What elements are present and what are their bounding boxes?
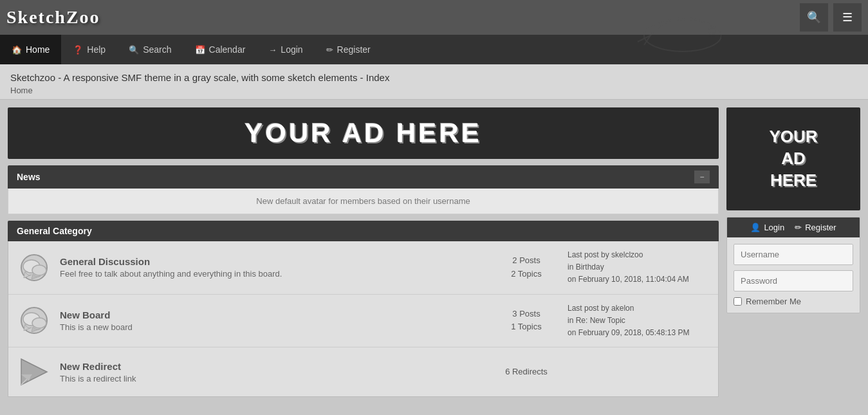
board-name-newboard: New Board — [60, 309, 485, 320]
nav-home[interactable]: 🏠 Home — [0, 35, 61, 64]
ad-banner: YOUR AD HERE — [8, 107, 719, 159]
board-lastpost-general: Last post by skelclzoo in Birthday on Fe… — [568, 249, 709, 286]
news-title: News — [17, 172, 41, 182]
board-icon-redirect — [17, 355, 51, 389]
sidebar: YOURADHERE 👤 Login ✏ Register — [726, 100, 868, 415]
nav-help[interactable]: ❓ Help — [61, 35, 117, 64]
username-field[interactable] — [734, 244, 853, 265]
board-stats-newboard: 3 Posts 1 Topics — [494, 308, 559, 335]
svg-point-6 — [32, 265, 46, 275]
login-panel-header: 👤 Login ✏ Register — [727, 217, 860, 237]
login-panel: 👤 Login ✏ Register Remember Me — [726, 217, 860, 313]
nav-search[interactable]: 🔍 Search — [117, 35, 183, 64]
calendar-icon: 📅 — [195, 45, 205, 55]
menu-icon-button[interactable]: ☰ — [833, 3, 862, 32]
nav-calendar[interactable]: 📅 Calendar — [183, 35, 257, 64]
help-icon: ❓ — [73, 45, 83, 55]
login-header-icon: 👤 — [750, 223, 761, 232]
board-info-general: General Discussion Feel free to talk abo… — [60, 256, 485, 279]
top-bar: SketchZoo 🔍 ☰ — [0, 0, 868, 35]
board-desc-newboard: This is a new board — [60, 322, 485, 332]
board-link-redirect[interactable]: New Redirect — [60, 361, 121, 372]
search-icon-button[interactable]: 🔍 — [800, 3, 828, 32]
site-logo: SketchZoo — [6, 7, 100, 28]
main-content: YOUR AD HERE News − New default avatar f… — [0, 100, 726, 415]
svg-point-9 — [32, 318, 46, 328]
table-row: New Redirect This is a redirect link 6 R… — [8, 347, 718, 396]
search-icon: 🔍 — [129, 45, 139, 55]
news-section-header: News − — [8, 165, 719, 189]
board-lastpost-newboard: Last post by akelon in Re: New Topic on … — [568, 302, 709, 340]
ad-banner-text: YOUR AD HERE — [18, 118, 708, 149]
sidebar-ad: YOURADHERE — [726, 107, 860, 210]
board-icon-newboard — [17, 304, 51, 337]
remember-me-label: Remember Me — [746, 297, 801, 306]
breadcrumb-home[interactable]: Home — [10, 86, 33, 95]
nav-register[interactable]: ✏ Register — [315, 35, 382, 64]
sidebar-ad-text: YOURADHERE — [769, 126, 817, 191]
nav-bar: 🏠 Home ❓ Help 🔍 Search 📅 Calendar → Logi… — [0, 35, 868, 64]
remember-row: Remember Me — [734, 297, 853, 306]
board-icon-general — [17, 251, 51, 284]
news-bar: New default avatar for members based on … — [8, 189, 719, 214]
news-collapse-button[interactable]: − — [694, 171, 710, 183]
breadcrumb: Home — [10, 86, 858, 95]
board-link-newboard[interactable]: New Board — [60, 309, 110, 320]
top-bar-icons: 🔍 ☰ — [800, 3, 862, 32]
page-title: Sketchzoo - A responsive SMF theme in a … — [10, 72, 858, 83]
register-header-icon: ✏ — [795, 223, 802, 232]
board-desc-general: Feel free to talk about anything and eve… — [60, 269, 485, 279]
board-name-redirect: New Redirect — [60, 361, 485, 372]
board-name-general: General Discussion — [60, 256, 485, 267]
content-wrap: YOUR AD HERE News − New default avatar f… — [0, 100, 868, 415]
table-row: New Board This is a new board 3 Posts 1 … — [8, 295, 718, 348]
board-link-general[interactable]: General Discussion — [60, 256, 150, 267]
category-header: General Category — [8, 221, 719, 241]
board-list: General Discussion Feel free to talk abo… — [8, 241, 719, 397]
board-info-newboard: New Board This is a new board — [60, 309, 485, 332]
remember-me-checkbox[interactable] — [734, 297, 742, 306]
board-stats-redirect: 6 Redirects — [494, 365, 559, 379]
password-field[interactable] — [734, 270, 853, 291]
board-stats-general: 2 Posts 2 Topics — [494, 254, 559, 281]
page-header: Sketchzoo - A responsive SMF theme in a … — [0, 64, 868, 100]
login-form: Remember Me — [727, 237, 860, 313]
login-header-button[interactable]: 👤 Login — [750, 223, 784, 232]
board-desc-redirect: This is a redirect link — [60, 374, 485, 383]
nav-login[interactable]: → Login — [257, 35, 314, 64]
register-header-button[interactable]: ✏ Register — [795, 223, 836, 232]
register-icon: ✏ — [326, 45, 333, 55]
login-icon: → — [268, 45, 277, 55]
board-info-redirect: New Redirect This is a redirect link — [60, 361, 485, 383]
table-row: General Discussion Feel free to talk abo… — [8, 241, 718, 295]
news-text: New default avatar for members based on … — [256, 196, 470, 206]
home-icon: 🏠 — [12, 45, 22, 55]
